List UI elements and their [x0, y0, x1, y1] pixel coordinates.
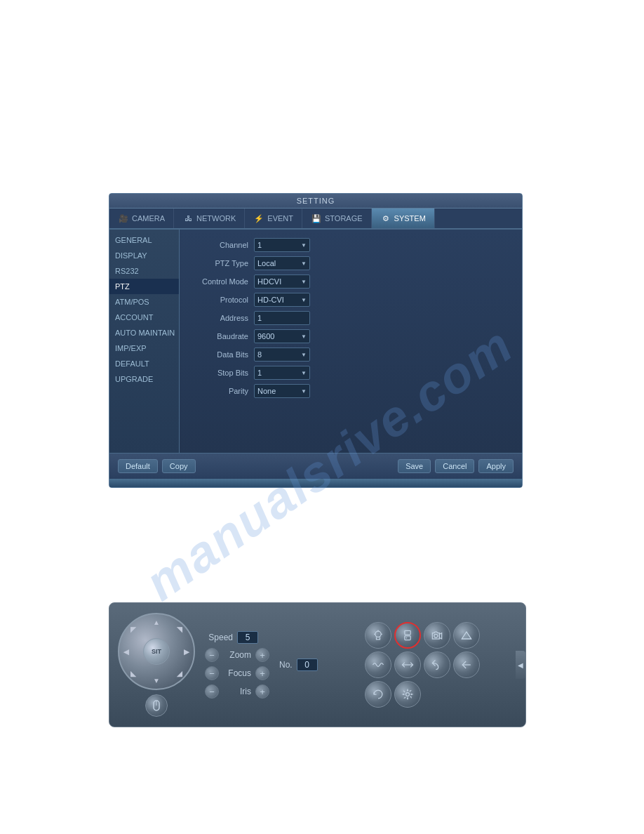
- sidebar-item-imp-exp[interactable]: IMP/EXP: [109, 340, 179, 356]
- sidebar-item-display[interactable]: DISPLAY: [109, 248, 179, 263]
- select-channel[interactable]: 1 ▼: [254, 238, 310, 252]
- svg-point-8: [405, 637, 407, 639]
- select-control-mode[interactable]: HDCVI ▼: [254, 274, 310, 289]
- svg-point-2: [375, 631, 381, 637]
- zoom-minus-button[interactable]: −: [205, 648, 219, 662]
- sidebar-item-rs232[interactable]: RS232: [109, 263, 179, 279]
- joy-down-arrow[interactable]: ▼: [153, 677, 160, 684]
- joy-ul-arrow[interactable]: ◤: [130, 626, 136, 633]
- cancel-button[interactable]: Cancel: [435, 459, 474, 473]
- mouse-button[interactable]: [145, 694, 168, 717]
- focus-minus-button[interactable]: −: [205, 666, 219, 680]
- parity-value: None: [257, 387, 298, 395]
- expand-arrow[interactable]: ◀: [516, 651, 525, 679]
- save-button[interactable]: Save: [398, 459, 431, 473]
- select-ptz-type[interactable]: Local ▼: [254, 256, 310, 270]
- copy-button[interactable]: Copy: [162, 459, 196, 473]
- content-area: GENERAL DISPLAY RS232 PTZ ATM/POS ACCOUN…: [109, 230, 522, 453]
- baudrate-arrow-icon: ▼: [301, 333, 307, 340]
- no-value: 0: [297, 658, 318, 671]
- select-stop-bits[interactable]: 1 ▼: [254, 366, 310, 380]
- button-bar: Default Copy Save Cancel Apply: [109, 453, 522, 479]
- input-address[interactable]: 1: [254, 311, 310, 325]
- gear-button[interactable]: [394, 681, 421, 708]
- iris-minus-button[interactable]: −: [205, 684, 219, 699]
- sidebar-item-auto-maintain[interactable]: AUTO MAINTAIN: [109, 325, 179, 340]
- tab-system[interactable]: ⚙ SYSTEM: [372, 208, 435, 228]
- sidebar-item-account[interactable]: ACCOUNT: [109, 310, 179, 325]
- speed-row: Speed 5: [205, 631, 269, 644]
- form-row-baudrate: Baudrate 9600 ▼: [191, 329, 511, 343]
- sidebar-item-ptz[interactable]: PTZ: [109, 279, 179, 294]
- select-data-bits[interactable]: 8 ▼: [254, 348, 310, 362]
- camera-button[interactable]: [424, 622, 450, 649]
- form-row-parity: Parity None ▼: [191, 384, 511, 398]
- sidebar-item-upgrade[interactable]: UPGRADE: [109, 371, 179, 387]
- triangle-button[interactable]: [453, 622, 480, 649]
- label-data-bits: Data Bits: [191, 350, 254, 359]
- form-row-protocol: Protocol HD-CVI ▼: [191, 293, 511, 307]
- tab-network[interactable]: 🖧 NETWORK: [174, 208, 245, 228]
- no-section: No. 0: [279, 658, 318, 671]
- tab-network-label: NETWORK: [196, 214, 236, 223]
- channel-arrow-icon: ▼: [301, 242, 307, 249]
- joy-up-arrow[interactable]: ▲: [153, 618, 160, 626]
- arrows-lr-button[interactable]: [394, 651, 421, 678]
- tab-storage-label: STORAGE: [325, 214, 363, 223]
- no-label: No.: [279, 660, 293, 670]
- focus-plus-button[interactable]: +: [255, 666, 269, 680]
- zoom-label: Zoom: [223, 650, 251, 660]
- zoom-row: − Zoom +: [205, 648, 269, 662]
- sidebar-item-atm-pos[interactable]: ATM/POS: [109, 294, 179, 310]
- form-row-address: Address 1: [191, 311, 511, 325]
- label-control-mode: Control Mode: [191, 277, 254, 286]
- stop-bits-value: 1: [257, 369, 298, 377]
- data-bits-value: 8: [257, 350, 298, 359]
- ptz-panel: ▲ ◤ ◥ ◀ SIT ▶ ◣ ◢ ▼ Speed 5: [109, 602, 526, 727]
- setting-title: SETTING: [297, 197, 335, 205]
- svg-point-15: [405, 693, 409, 696]
- joystick-bg[interactable]: ▲ ◤ ◥ ◀ SIT ▶ ◣ ◢ ▼: [118, 613, 195, 690]
- speed-value: 5: [237, 631, 258, 644]
- refresh-button[interactable]: [365, 681, 391, 708]
- arrow-left2-button[interactable]: [453, 651, 480, 678]
- select-protocol[interactable]: HD-CVI ▼: [254, 293, 310, 307]
- tab-event[interactable]: ⚡ EVENT: [245, 208, 302, 228]
- wave-button[interactable]: [365, 651, 391, 678]
- zoom-plus-button[interactable]: +: [255, 648, 269, 662]
- joy-dl-arrow[interactable]: ◣: [130, 670, 136, 677]
- joystick-center[interactable]: SIT: [143, 638, 170, 665]
- parity-arrow-icon: ▼: [301, 388, 307, 395]
- label-channel: Channel: [191, 241, 254, 249]
- sidebar-item-default[interactable]: DEFAULT: [109, 356, 179, 371]
- tab-system-label: SYSTEM: [394, 214, 426, 223]
- tab-camera-label: CAMERA: [132, 214, 165, 223]
- svg-rect-6: [405, 630, 410, 635]
- joy-ur-arrow[interactable]: ◥: [177, 626, 182, 633]
- iris-plus-button[interactable]: +: [255, 684, 269, 699]
- select-parity[interactable]: None ▼: [254, 384, 310, 398]
- tab-storage[interactable]: 💾 STORAGE: [302, 208, 372, 228]
- apply-button[interactable]: Apply: [478, 459, 514, 473]
- sidebar-item-general[interactable]: GENERAL: [109, 232, 179, 248]
- joy-dr-arrow[interactable]: ◢: [177, 670, 182, 677]
- light-button[interactable]: [365, 622, 391, 649]
- network-icon-button[interactable]: [394, 622, 421, 649]
- main-form: Channel 1 ▼ PTZ Type Local ▼ Control Mod…: [180, 230, 522, 453]
- label-protocol: Protocol: [191, 296, 254, 304]
- camera-tab-icon: 🎥: [118, 213, 129, 224]
- select-baudrate[interactable]: 9600 ▼: [254, 329, 310, 343]
- joy-right-arrow[interactable]: ▶: [184, 648, 189, 656]
- label-address: Address: [191, 314, 254, 322]
- tab-bar: 🎥 CAMERA 🖧 NETWORK ⚡ EVENT 💾 STORAGE ⚙ S…: [109, 208, 522, 230]
- joystick-label: SIT: [152, 648, 161, 655]
- svg-marker-12: [462, 632, 471, 639]
- joy-left-arrow[interactable]: ◀: [123, 648, 129, 656]
- back-button[interactable]: [424, 651, 450, 678]
- form-row-channel: Channel 1 ▼: [191, 238, 511, 252]
- form-row-stop-bits: Stop Bits 1 ▼: [191, 366, 511, 380]
- tab-event-label: EVENT: [267, 214, 293, 223]
- default-button[interactable]: Default: [118, 459, 158, 473]
- tab-camera[interactable]: 🎥 CAMERA: [109, 208, 174, 228]
- protocol-arrow-icon: ▼: [301, 297, 307, 303]
